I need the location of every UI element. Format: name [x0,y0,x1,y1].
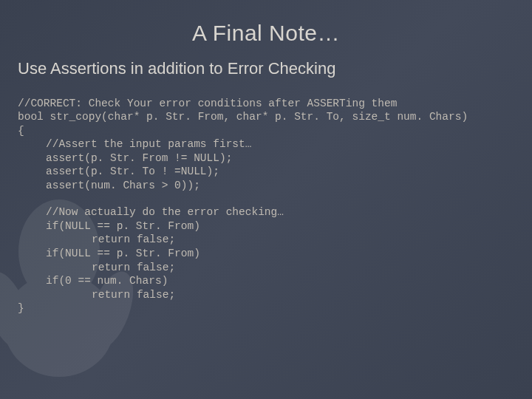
code-line: return false; [18,288,514,302]
code-line: assert(p. Str. To ! =NULL); [18,165,514,179]
code-line: bool str_copy(char* p. Str. From, char* … [18,111,468,123]
slide-container: A Final Note… Use Assertions in addition… [0,0,532,399]
code-line: { [18,125,24,137]
code-line: return false; [18,261,514,275]
code-line: //Assert the input params first… [18,137,514,151]
code-block: //CORRECT: Check Your error conditions a… [18,83,514,316]
code-line: return false; [18,233,514,247]
code-line: //Now actually do the error checking… [18,205,514,219]
slide-subtitle: Use Assertions in addition to Error Chec… [18,59,514,78]
code-line: if(NULL == p. Str. From) [18,219,514,233]
code-line: } [18,302,24,314]
slide-title: A Final Note… [18,21,514,46]
code-line: assert(num. Chars > 0)); [18,179,514,193]
code-line: if(0 == num. Chars) [18,274,514,288]
code-line: //CORRECT: Check Your error conditions a… [18,98,397,109]
code-line: assert(p. Str. From != NULL); [18,151,514,166]
code-line: if(NULL == p. Str. From) [18,247,514,261]
